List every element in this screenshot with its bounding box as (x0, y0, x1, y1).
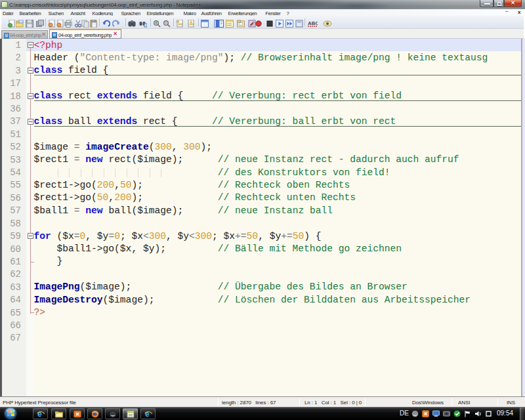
svg-text:ABC: ABC (308, 20, 318, 26)
svg-text:e: e (145, 410, 150, 418)
svg-text:e: e (37, 410, 42, 418)
